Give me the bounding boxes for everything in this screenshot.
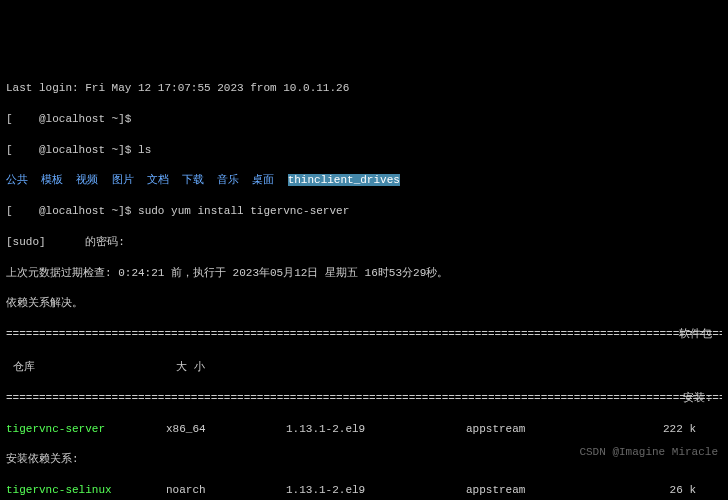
- cmd-ls: ls: [138, 144, 151, 156]
- selected-dir: thinclient_drives: [288, 174, 400, 186]
- last-login: Last login: Fri May 12 17:07:55 2023 fro…: [6, 81, 722, 96]
- terminal-output: Last login: Fri May 12 17:07:55 2023 fro…: [6, 66, 722, 500]
- cmd-sudo: sudo yum install tigervnc-server: [138, 205, 349, 217]
- prompt-line: [ @localhost ~]$: [6, 112, 722, 127]
- prompt-line[interactable]: [ @localhost ~]$ sudo yum install tigerv…: [6, 204, 722, 219]
- sudo-password: [sudo] 的密码:: [6, 235, 722, 250]
- table-header: 仓库大 小: [6, 360, 722, 375]
- package-row: tigervnc-selinuxnoarch1.13.1-2.el9appstr…: [6, 483, 722, 498]
- metadata-line: 上次元数据过期检查: 0:24:21 前，执行于 2023年05月12日 星期五…: [6, 266, 722, 281]
- prompt-line[interactable]: [ @localhost ~]$ ls: [6, 143, 722, 158]
- ls-output: 公共 模板 视频 图片 文档 下载 音乐 桌面 thinclient_drive…: [6, 173, 722, 188]
- divider: ========================================…: [6, 327, 722, 342]
- dep-resolved: 依赖关系解决。: [6, 296, 722, 311]
- divider: ========================================…: [6, 391, 722, 406]
- watermark: CSDN @Imagine Miracle: [579, 445, 718, 460]
- package-row: tigervnc-serverx86_641.13.1-2.el9appstre…: [6, 422, 722, 437]
